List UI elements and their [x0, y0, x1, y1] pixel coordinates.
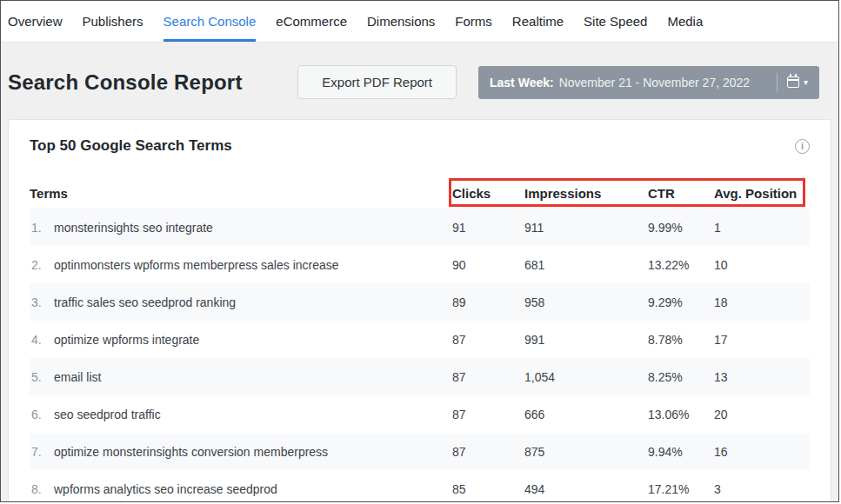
table-body: 1. monsterinsights seo integrate 91 911 … [30, 209, 810, 502]
export-pdf-button[interactable]: Export PDF Report [297, 65, 457, 99]
row-term: wpforms analytics seo increase seedprod [54, 482, 452, 496]
date-range-picker[interactable]: Last Week: November 21 - November 27, 20… [478, 66, 819, 99]
row-rank: 5. [30, 370, 54, 384]
row-term: optimize monsterinsights conversion memb… [54, 445, 452, 459]
row-avg-position: 1 [714, 221, 810, 235]
row-impressions: 1,054 [524, 370, 648, 384]
table-header: Terms Clicks Impressions CTR Avg. Positi… [30, 177, 810, 209]
tab-realtime[interactable]: Realtime [512, 1, 564, 42]
row-clicks: 87 [452, 370, 524, 384]
row-ctr: 17.21% [648, 482, 714, 496]
row-ctr: 13.06% [648, 408, 714, 421]
row-impressions: 494 [524, 482, 648, 496]
row-clicks: 85 [452, 482, 524, 496]
tab-dimensions[interactable]: Dimensions [367, 1, 435, 42]
row-avg-position: 16 [714, 445, 810, 459]
tab-media[interactable]: Media [667, 1, 703, 42]
tab-forms[interactable]: Forms [455, 1, 492, 42]
row-rank: 4. [30, 333, 54, 347]
row-ctr: 9.99% [648, 221, 714, 235]
table-row: 1. monsterinsights seo integrate 91 911 … [30, 209, 810, 246]
row-clicks: 87 [452, 333, 524, 347]
row-avg-position: 3 [714, 482, 810, 496]
row-impressions: 875 [524, 445, 648, 459]
table-row: 6. seo seedprod traffic 87 666 13.06% 20 [30, 395, 810, 433]
row-clicks: 89 [452, 295, 524, 309]
date-range-label: Last Week: [490, 76, 554, 90]
column-clicks: Clicks [452, 186, 524, 201]
row-term: optimize wpforms integrate [54, 333, 452, 347]
row-rank: 2. [30, 258, 54, 272]
page-title: Search Console Report [8, 70, 243, 95]
row-impressions: 911 [524, 221, 648, 235]
row-ctr: 8.78% [648, 333, 714, 347]
row-avg-position: 10 [714, 258, 810, 272]
row-rank: 8. [30, 482, 54, 496]
row-rank: 1. [30, 221, 54, 235]
column-impressions: Impressions [524, 186, 648, 201]
tab-site-speed[interactable]: Site Speed [584, 1, 647, 42]
row-ctr: 9.29% [648, 295, 714, 309]
row-term: email list [54, 370, 452, 384]
row-ctr: 9.94% [648, 445, 714, 459]
table-row: 4. optimize wpforms integrate 87 991 8.7… [30, 321, 810, 358]
table-row: 8. wpforms analytics seo increase seedpr… [30, 470, 810, 502]
table-row: 5. email list 87 1,054 8.25% 13 [30, 358, 810, 395]
row-rank: 3. [30, 295, 54, 309]
row-term: traffic sales seo seedprod ranking [54, 295, 452, 309]
row-avg-position: 18 [714, 295, 810, 309]
row-impressions: 958 [524, 295, 648, 309]
info-icon[interactable]: i [795, 139, 810, 154]
tab-search-console[interactable]: Search Console [164, 1, 257, 42]
row-rank: 6. [30, 408, 54, 421]
row-ctr: 13.22% [648, 258, 714, 272]
calendar-icon [787, 76, 799, 88]
row-clicks: 87 [452, 445, 524, 459]
row-avg-position: 20 [714, 408, 810, 421]
table-row: 7. optimize monsterinsights conversion m… [30, 433, 810, 470]
tab-publishers[interactable]: Publishers [83, 1, 144, 42]
row-avg-position: 13 [714, 370, 810, 384]
main-content: Search Console Report Export PDF Report … [1, 65, 838, 502]
row-term: seo seedprod traffic [54, 408, 452, 421]
card-title: Top 50 Google Search Terms [30, 137, 232, 155]
row-rank: 7. [30, 445, 54, 459]
row-avg-position: 17 [714, 333, 810, 347]
card-header: Top 50 Google Search Terms i [30, 137, 810, 155]
row-impressions: 666 [524, 408, 648, 421]
tab-ecommerce[interactable]: eCommerce [276, 1, 347, 42]
column-ctr: CTR [648, 186, 714, 201]
row-clicks: 87 [452, 408, 524, 421]
row-term: monsterinsights seo integrate [54, 221, 452, 235]
column-avg-position: Avg. Position [714, 186, 810, 201]
page-header: Search Console Report Export PDF Report … [8, 65, 831, 99]
table-row: 2. optinmonsters wpforms memberpress sal… [30, 246, 810, 283]
row-clicks: 90 [452, 258, 524, 272]
top-navigation: Overview Publishers Search Console eComm… [1, 1, 838, 43]
row-impressions: 991 [524, 333, 648, 347]
table-row: 3. traffic sales seo seedprod ranking 89… [30, 283, 810, 321]
tab-overview[interactable]: Overview [8, 1, 63, 42]
date-bar-divider [777, 73, 778, 92]
row-clicks: 91 [452, 221, 524, 235]
date-range-value: November 21 - November 27, 2022 [559, 76, 750, 90]
row-ctr: 8.25% [648, 370, 714, 384]
chevron-down-icon: ▾ [804, 78, 808, 87]
search-terms-card: Top 50 Google Search Terms i Terms Click… [8, 119, 831, 502]
row-term: optinmonsters wpforms memberpress sales … [54, 258, 452, 272]
row-impressions: 681 [524, 258, 648, 272]
page: Overview Publishers Search Console eComm… [0, 0, 839, 502]
column-terms: Terms [30, 186, 452, 201]
